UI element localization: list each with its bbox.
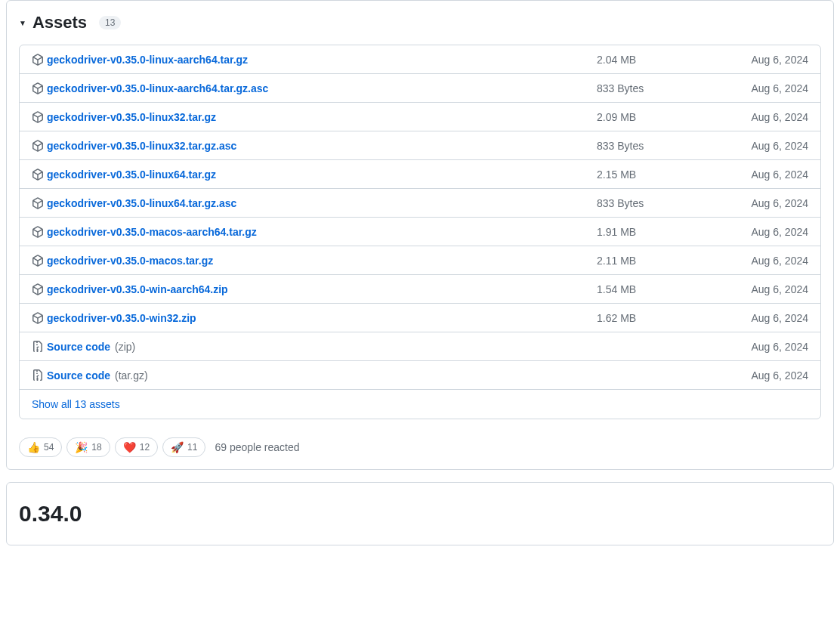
- asset-date: Aug 6, 2024: [718, 283, 808, 295]
- asset-date: Aug 6, 2024: [718, 197, 808, 209]
- package-icon: [32, 82, 44, 94]
- asset-download-link[interactable]: geckodriver-v0.35.0-linux32.tar.gz.asc: [47, 140, 236, 152]
- asset-row: geckodriver-v0.35.0-linux64.tar.gz.asc83…: [20, 189, 820, 218]
- package-icon: [32, 312, 44, 324]
- release-card: ▼ Assets 13 geckodriver-v0.35.0-linux-aa…: [6, 0, 834, 470]
- reaction-emoji-icon: 👍: [27, 442, 40, 453]
- asset-download-link[interactable]: geckodriver-v0.35.0-linux-aarch64.tar.gz…: [47, 82, 268, 94]
- assets-section: ▼ Assets 13 geckodriver-v0.35.0-linux-aa…: [7, 1, 833, 431]
- asset-name-cell: geckodriver-v0.35.0-macos-aarch64.tar.gz: [32, 226, 597, 238]
- package-icon: [32, 168, 44, 181]
- asset-size: 1.62 MB: [597, 312, 718, 324]
- asset-name-cell: geckodriver-v0.35.0-linux-aarch64.tar.gz: [32, 54, 597, 66]
- asset-download-link[interactable]: geckodriver-v0.35.0-linux32.tar.gz: [47, 111, 216, 123]
- asset-format: (tar.gz): [115, 369, 148, 382]
- asset-date: Aug 6, 2024: [718, 312, 808, 324]
- assets-count-badge: 13: [99, 16, 121, 29]
- reaction-button[interactable]: 🚀11: [162, 437, 205, 457]
- asset-row: geckodriver-v0.35.0-macos-aarch64.tar.gz…: [20, 218, 820, 246]
- asset-name-cell: geckodriver-v0.35.0-linux64.tar.gz.asc: [32, 197, 597, 209]
- asset-date: Aug 6, 2024: [718, 168, 808, 181]
- asset-download-link[interactable]: geckodriver-v0.35.0-win-aarch64.zip: [47, 283, 228, 295]
- reaction-emoji-icon: 🎉: [75, 442, 88, 453]
- package-icon: [32, 283, 44, 295]
- file-zip-icon: [32, 341, 44, 353]
- reactions-summary: 69 people reacted: [215, 441, 299, 453]
- asset-row: geckodriver-v0.35.0-macos.tar.gz2.11 MBA…: [20, 246, 820, 275]
- asset-row: geckodriver-v0.35.0-linux64.tar.gz2.15 M…: [20, 160, 820, 189]
- reaction-count: 11: [187, 442, 197, 453]
- asset-size: 2.04 MB: [597, 54, 718, 66]
- asset-row: geckodriver-v0.35.0-win-aarch64.zip1.54 …: [20, 275, 820, 304]
- reaction-count: 18: [91, 442, 101, 453]
- asset-date: Aug 6, 2024: [718, 54, 808, 66]
- reaction-count: 54: [44, 442, 54, 453]
- package-icon: [32, 111, 44, 123]
- asset-download-link[interactable]: geckodriver-v0.35.0-linux64.tar.gz: [47, 168, 216, 181]
- asset-size: 2.11 MB: [597, 255, 718, 267]
- asset-date: Aug 6, 2024: [718, 140, 808, 152]
- asset-row: geckodriver-v0.35.0-win32.zip1.62 MBAug …: [20, 304, 820, 332]
- asset-download-link[interactable]: Source code: [47, 341, 110, 353]
- asset-row: Source code(tar.gz)Aug 6, 2024: [20, 361, 820, 390]
- assets-list: geckodriver-v0.35.0-linux-aarch64.tar.gz…: [19, 45, 821, 419]
- reactions-bar: 👍54🎉18❤️12🚀11 69 people reacted: [7, 431, 833, 469]
- asset-size: 833 Bytes: [597, 197, 718, 209]
- asset-download-link[interactable]: geckodriver-v0.35.0-linux-aarch64.tar.gz: [47, 54, 248, 66]
- reaction-emoji-icon: 🚀: [171, 442, 184, 453]
- asset-row: geckodriver-v0.35.0-linux32.tar.gz.asc83…: [20, 131, 820, 160]
- asset-size: 833 Bytes: [597, 82, 718, 94]
- asset-row: geckodriver-v0.35.0-linux-aarch64.tar.gz…: [20, 45, 820, 74]
- next-release-card: 0.34.0: [6, 482, 834, 545]
- package-icon: [32, 197, 44, 209]
- asset-download-link[interactable]: geckodriver-v0.35.0-macos-aarch64.tar.gz: [47, 226, 257, 238]
- asset-size: 833 Bytes: [597, 140, 718, 152]
- asset-name-cell: geckodriver-v0.35.0-macos.tar.gz: [32, 255, 597, 267]
- package-icon: [32, 140, 44, 152]
- asset-size: 2.09 MB: [597, 111, 718, 123]
- asset-row: geckodriver-v0.35.0-linux32.tar.gz2.09 M…: [20, 103, 820, 131]
- reaction-button[interactable]: 🎉18: [66, 437, 110, 457]
- show-all-row: Show all 13 assets: [20, 390, 820, 419]
- disclosure-triangle-icon: ▼: [19, 19, 26, 27]
- reaction-count: 12: [140, 442, 150, 453]
- file-zip-icon: [32, 369, 44, 382]
- asset-size: 1.91 MB: [597, 226, 718, 238]
- asset-name-cell: geckodriver-v0.35.0-win-aarch64.zip: [32, 283, 597, 295]
- asset-date: Aug 6, 2024: [718, 111, 808, 123]
- asset-size: 1.54 MB: [597, 283, 718, 295]
- reaction-emoji-icon: ❤️: [123, 442, 136, 453]
- package-icon: [32, 54, 44, 66]
- asset-download-link[interactable]: geckodriver-v0.35.0-macos.tar.gz: [47, 255, 213, 267]
- asset-name-cell: Source code(zip): [32, 341, 597, 353]
- assets-toggle[interactable]: ▼ Assets 13: [19, 13, 821, 32]
- asset-download-link[interactable]: geckodriver-v0.35.0-linux64.tar.gz.asc: [47, 197, 236, 209]
- asset-name-cell: geckodriver-v0.35.0-linux32.tar.gz.asc: [32, 140, 597, 152]
- asset-row: Source code(zip)Aug 6, 2024: [20, 332, 820, 361]
- asset-date: Aug 6, 2024: [718, 82, 808, 94]
- next-release-title: 0.34.0: [19, 501, 821, 527]
- asset-date: Aug 6, 2024: [718, 226, 808, 238]
- asset-name-cell: Source code(tar.gz): [32, 369, 597, 382]
- asset-name-cell: geckodriver-v0.35.0-linux-aarch64.tar.gz…: [32, 82, 597, 94]
- asset-name-cell: geckodriver-v0.35.0-win32.zip: [32, 312, 597, 324]
- asset-date: Aug 6, 2024: [718, 369, 808, 382]
- asset-name-cell: geckodriver-v0.35.0-linux32.tar.gz: [32, 111, 597, 123]
- asset-size: 2.15 MB: [597, 168, 718, 181]
- assets-title: Assets: [32, 13, 87, 32]
- package-icon: [32, 226, 44, 238]
- asset-row: geckodriver-v0.35.0-linux-aarch64.tar.gz…: [20, 74, 820, 103]
- asset-date: Aug 6, 2024: [718, 341, 808, 353]
- show-all-assets-button[interactable]: Show all 13 assets: [32, 398, 120, 410]
- reaction-button[interactable]: 👍54: [19, 437, 62, 457]
- asset-download-link[interactable]: geckodriver-v0.35.0-win32.zip: [47, 312, 196, 324]
- asset-format: (zip): [115, 341, 135, 353]
- package-icon: [32, 255, 44, 267]
- asset-name-cell: geckodriver-v0.35.0-linux64.tar.gz: [32, 168, 597, 181]
- asset-download-link[interactable]: Source code: [47, 369, 110, 382]
- reaction-button[interactable]: ❤️12: [115, 437, 158, 457]
- asset-date: Aug 6, 2024: [718, 255, 808, 267]
